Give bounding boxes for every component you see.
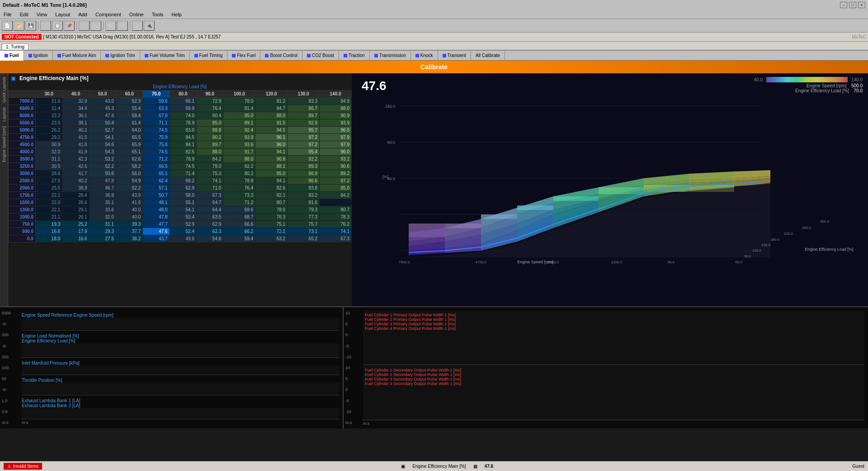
data-cell[interactable]: 77.3 — [288, 214, 320, 221]
data-cell[interactable]: 26.6 — [62, 199, 89, 206]
data-cell[interactable]: 22.1 — [36, 206, 62, 214]
data-cell[interactable]: 23.5 — [36, 119, 62, 127]
data-cell[interactable]: 62.4 — [143, 177, 170, 185]
data-cell[interactable]: 47.7 — [143, 221, 170, 228]
data-cell[interactable]: 94.5 — [255, 127, 288, 134]
data-cell[interactable]: 49.6 — [170, 235, 196, 243]
data-cell[interactable]: 34.4 — [62, 105, 89, 112]
data-cell[interactable]: 97.9 — [320, 134, 352, 141]
data-cell[interactable]: 80.2 — [223, 170, 255, 177]
data-cell[interactable]: 57.1 — [143, 185, 170, 192]
data-cell[interactable]: 27.5 — [89, 235, 116, 243]
data-cell[interactable]: 93.6 — [223, 141, 255, 148]
data-cell[interactable]: 65.2 — [288, 235, 320, 243]
data-cell[interactable]: 80.7 — [255, 199, 288, 206]
data-cell[interactable]: 54.3 — [89, 148, 116, 156]
table-row[interactable]: 0.018.016.627.536.243.749.654.659.463.26… — [9, 235, 352, 243]
table-row[interactable]: 3250.030.542.652.258.266.574.579.082.288… — [9, 163, 352, 170]
data-cell[interactable]: 82.1 — [255, 192, 288, 199]
data-cell[interactable]: 75.8 — [143, 141, 170, 148]
maximize-button[interactable]: □ — [849, 2, 856, 8]
data-cell[interactable]: 82.5 — [170, 148, 196, 156]
data-cell[interactable]: 84.1 — [170, 141, 196, 148]
data-cell[interactable]: 95.4 — [288, 148, 320, 156]
data-cell[interactable]: 65.9 — [116, 141, 142, 148]
data-cell[interactable]: 22.4 — [36, 105, 62, 112]
data-cell[interactable]: 90.2 — [196, 134, 223, 141]
data-cell[interactable]: 52.4 — [170, 228, 196, 235]
data-cell[interactable]: 78.9 — [170, 119, 196, 127]
data-cell[interactable]: 50.7 — [143, 192, 170, 199]
data-cell[interactable]: 40.0 — [116, 206, 142, 214]
data-cell[interactable]: 29.3 — [89, 228, 116, 235]
data-cell[interactable]: 47.8 — [143, 214, 170, 221]
data-cell[interactable]: 62.6 — [116, 156, 142, 163]
data-cell[interactable]: 84.2 — [320, 192, 352, 199]
data-cell[interactable]: 38.9 — [62, 185, 89, 192]
tab-fuel-mixture[interactable]: Fuel Mixture Aim — [53, 51, 101, 61]
data-cell[interactable]: 82.2 — [223, 163, 255, 170]
data-cell[interactable]: 84.9 — [320, 98, 352, 105]
data-cell[interactable]: 75.3 — [196, 170, 223, 177]
data-cell[interactable]: 78.8 — [223, 177, 255, 185]
data-cell[interactable]: 65.1 — [143, 170, 170, 177]
data-cell[interactable]: 54.1 — [89, 134, 116, 141]
close-button[interactable]: × — [858, 2, 865, 8]
data-cell[interactable]: 73.1 — [288, 228, 320, 235]
data-cell[interactable]: 74.5 — [143, 127, 170, 134]
data-cell[interactable]: 29.2 — [36, 134, 62, 141]
tab-ignition-trim[interactable]: Ignition Trim — [101, 51, 140, 61]
menu-help[interactable]: Help — [170, 11, 184, 18]
data-cell[interactable]: 52.3 — [116, 98, 142, 105]
data-cell[interactable]: 97.9 — [320, 141, 352, 148]
data-cell[interactable]: 47.6 — [143, 228, 170, 235]
data-cell[interactable]: 41.7 — [62, 170, 89, 177]
table-row[interactable]: 1750.022.128.436.943.950.758.067.373.382… — [9, 192, 352, 199]
data-cell[interactable]: 45.3 — [89, 105, 116, 112]
tb-paste[interactable]: 📌 — [64, 21, 75, 31]
side-tab-layouts[interactable]: Layouts — [1, 105, 7, 124]
menu-edit[interactable]: Edit — [18, 11, 30, 18]
table-row[interactable]: 6000.022.236.147.858.467.074.080.485.088… — [9, 112, 352, 119]
data-cell[interactable]: 78.3 — [320, 214, 352, 221]
data-cell[interactable]: 28.6 — [36, 170, 62, 177]
data-cell[interactable]: 61.4 — [116, 119, 142, 127]
data-cell[interactable]: 19.3 — [36, 221, 62, 228]
side-tab-engine-speed[interactable]: Engine Speed [rpm] — [1, 124, 7, 164]
table-row[interactable]: 5000.026.240.252.764.074.583.088.892.494… — [9, 127, 352, 134]
data-cell[interactable]: 97.2 — [288, 141, 320, 148]
data-cell[interactable]: 92.2 — [288, 156, 320, 163]
data-cell[interactable]: 93.2 — [320, 156, 352, 163]
data-cell[interactable]: 27.5 — [36, 177, 62, 185]
data-cell[interactable]: 62.3 — [196, 228, 223, 235]
data-cell[interactable]: 32.9 — [62, 98, 89, 105]
data-cell[interactable]: 83.0 — [170, 127, 196, 134]
table-row[interactable]: 5500.023.538.150.461.471.178.985.089.191… — [9, 119, 352, 127]
data-cell[interactable]: 69.9 — [170, 105, 196, 112]
table-row[interactable]: 3500.031.142.353.262.671.278.984.288.090… — [9, 156, 352, 163]
data-cell[interactable]: 48.1 — [143, 199, 170, 206]
tab-co2-boost[interactable]: CO2 Boost — [302, 51, 339, 61]
data-cell[interactable]: 97.2 — [288, 134, 320, 141]
data-cell[interactable]: 64.0 — [116, 127, 142, 134]
data-cell[interactable]: 88.0 — [196, 148, 223, 156]
data-cell[interactable]: 55.1 — [170, 199, 196, 206]
tab-fuel[interactable]: Fuel — [0, 51, 24, 61]
table-row[interactable]: 1000.021.126.132.040.047.853.463.568.776… — [9, 214, 352, 221]
data-cell[interactable]: 26.2 — [36, 127, 62, 134]
tab-all-calibrate[interactable]: All Calibrate — [471, 51, 505, 61]
data-cell[interactable]: 42.3 — [62, 156, 89, 163]
data-cell[interactable]: 22.0 — [36, 199, 62, 206]
tb-play[interactable]: ▶ — [105, 21, 116, 31]
data-cell[interactable]: 58.4 — [116, 112, 142, 119]
tab-knock[interactable]: Knock — [411, 51, 438, 61]
data-cell[interactable]: 84.1 — [255, 177, 288, 185]
tb-redo[interactable]: ↪ — [90, 21, 101, 31]
data-cell[interactable]: 63.3 — [143, 105, 170, 112]
data-cell[interactable]: 83.3 — [288, 98, 320, 105]
table-row[interactable]: 500.016.617.929.337.747.652.462.366.272.… — [9, 228, 352, 235]
data-cell[interactable]: 79.0 — [196, 163, 223, 170]
data-cell[interactable]: 63.2 — [255, 235, 288, 243]
data-cell[interactable]: 88.0 — [320, 105, 352, 112]
data-cell[interactable]: 65.5 — [116, 134, 142, 141]
